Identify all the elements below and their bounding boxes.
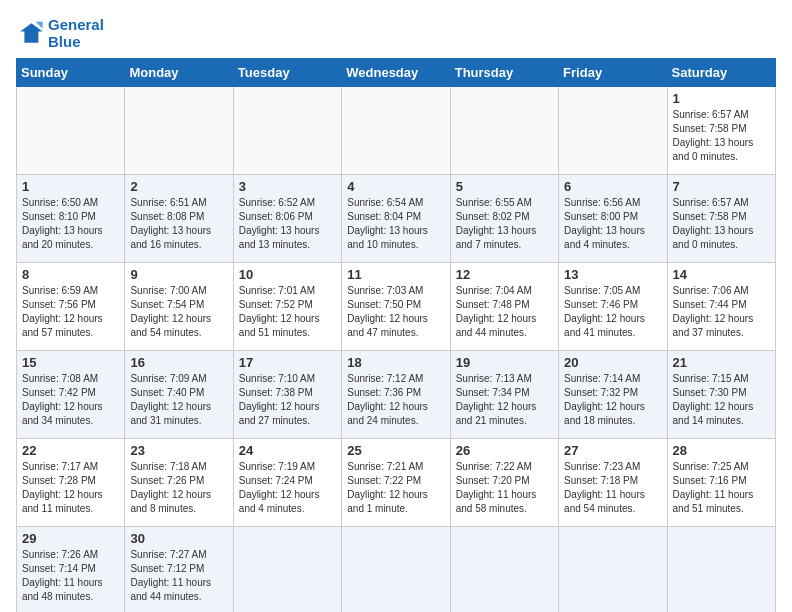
- day-number: 30: [130, 531, 227, 546]
- day-number: 26: [456, 443, 553, 458]
- calendar-cell: [233, 87, 341, 175]
- calendar-cell: 25 Sunrise: 7:21 AMSunset: 7:22 PMDaylig…: [342, 439, 450, 527]
- day-info: Sunrise: 7:19 AMSunset: 7:24 PMDaylight:…: [239, 461, 320, 514]
- day-number: 7: [673, 179, 770, 194]
- calendar-cell: 29 Sunrise: 7:26 AMSunset: 7:14 PMDaylig…: [17, 527, 125, 613]
- day-number: 27: [564, 443, 661, 458]
- col-header-tuesday: Tuesday: [233, 59, 341, 87]
- day-info: Sunrise: 6:50 AMSunset: 8:10 PMDaylight:…: [22, 197, 103, 250]
- day-info: Sunrise: 7:12 AMSunset: 7:36 PMDaylight:…: [347, 373, 428, 426]
- calendar-cell: [233, 527, 341, 613]
- day-number: 9: [130, 267, 227, 282]
- day-number: 1: [22, 179, 119, 194]
- calendar-cell: 2 Sunrise: 6:51 AMSunset: 8:08 PMDayligh…: [125, 175, 233, 263]
- day-number: 19: [456, 355, 553, 370]
- day-number: 21: [673, 355, 770, 370]
- col-header-sunday: Sunday: [17, 59, 125, 87]
- day-number: 6: [564, 179, 661, 194]
- calendar-cell: 11 Sunrise: 7:03 AMSunset: 7:50 PMDaylig…: [342, 263, 450, 351]
- day-number: 14: [673, 267, 770, 282]
- calendar-cell: 16 Sunrise: 7:09 AMSunset: 7:40 PMDaylig…: [125, 351, 233, 439]
- day-number: 29: [22, 531, 119, 546]
- calendar-cell: [559, 87, 667, 175]
- page-header: General Blue: [16, 16, 776, 50]
- logo: General Blue: [16, 16, 104, 50]
- day-info: Sunrise: 7:03 AMSunset: 7:50 PMDaylight:…: [347, 285, 428, 338]
- day-number: 20: [564, 355, 661, 370]
- calendar-cell: [667, 527, 775, 613]
- calendar-cell: 5 Sunrise: 6:55 AMSunset: 8:02 PMDayligh…: [450, 175, 558, 263]
- week-row: 29 Sunrise: 7:26 AMSunset: 7:14 PMDaylig…: [17, 527, 776, 613]
- calendar-cell: [450, 527, 558, 613]
- calendar-cell: 10 Sunrise: 7:01 AMSunset: 7:52 PMDaylig…: [233, 263, 341, 351]
- day-number: 28: [673, 443, 770, 458]
- week-row: 22 Sunrise: 7:17 AMSunset: 7:28 PMDaylig…: [17, 439, 776, 527]
- col-header-monday: Monday: [125, 59, 233, 87]
- week-row: 1 Sunrise: 6:57 AMSunset: 7:58 PMDayligh…: [17, 87, 776, 175]
- day-info: Sunrise: 7:17 AMSunset: 7:28 PMDaylight:…: [22, 461, 103, 514]
- day-number: 5: [456, 179, 553, 194]
- day-number: 25: [347, 443, 444, 458]
- day-info: Sunrise: 6:59 AMSunset: 7:56 PMDaylight:…: [22, 285, 103, 338]
- week-row: 1 Sunrise: 6:50 AMSunset: 8:10 PMDayligh…: [17, 175, 776, 263]
- calendar-cell: 26 Sunrise: 7:22 AMSunset: 7:20 PMDaylig…: [450, 439, 558, 527]
- calendar-cell: 22 Sunrise: 7:17 AMSunset: 7:28 PMDaylig…: [17, 439, 125, 527]
- day-number: 22: [22, 443, 119, 458]
- day-number: 12: [456, 267, 553, 282]
- calendar-cell: [125, 87, 233, 175]
- day-info: Sunrise: 7:09 AMSunset: 7:40 PMDaylight:…: [130, 373, 211, 426]
- day-info: Sunrise: 7:21 AMSunset: 7:22 PMDaylight:…: [347, 461, 428, 514]
- day-info: Sunrise: 6:56 AMSunset: 8:00 PMDaylight:…: [564, 197, 645, 250]
- calendar-cell: 17 Sunrise: 7:10 AMSunset: 7:38 PMDaylig…: [233, 351, 341, 439]
- calendar-cell: 4 Sunrise: 6:54 AMSunset: 8:04 PMDayligh…: [342, 175, 450, 263]
- day-number: 15: [22, 355, 119, 370]
- calendar-cell: 24 Sunrise: 7:19 AMSunset: 7:24 PMDaylig…: [233, 439, 341, 527]
- day-info: Sunrise: 6:55 AMSunset: 8:02 PMDaylight:…: [456, 197, 537, 250]
- day-info: Sunrise: 6:57 AMSunset: 7:58 PMDaylight:…: [673, 109, 754, 162]
- col-header-thursday: Thursday: [450, 59, 558, 87]
- calendar-cell: 3 Sunrise: 6:52 AMSunset: 8:06 PMDayligh…: [233, 175, 341, 263]
- day-info: Sunrise: 7:22 AMSunset: 7:20 PMDaylight:…: [456, 461, 537, 514]
- calendar-cell: 15 Sunrise: 7:08 AMSunset: 7:42 PMDaylig…: [17, 351, 125, 439]
- calendar-cell: 20 Sunrise: 7:14 AMSunset: 7:32 PMDaylig…: [559, 351, 667, 439]
- day-info: Sunrise: 7:04 AMSunset: 7:48 PMDaylight:…: [456, 285, 537, 338]
- day-number: 13: [564, 267, 661, 282]
- day-info: Sunrise: 7:06 AMSunset: 7:44 PMDaylight:…: [673, 285, 754, 338]
- logo-icon: [16, 19, 44, 47]
- day-number: 16: [130, 355, 227, 370]
- day-info: Sunrise: 7:18 AMSunset: 7:26 PMDaylight:…: [130, 461, 211, 514]
- calendar-cell: 19 Sunrise: 7:13 AMSunset: 7:34 PMDaylig…: [450, 351, 558, 439]
- calendar-cell: 1 Sunrise: 6:57 AMSunset: 7:58 PMDayligh…: [667, 87, 775, 175]
- col-header-friday: Friday: [559, 59, 667, 87]
- day-info: Sunrise: 7:25 AMSunset: 7:16 PMDaylight:…: [673, 461, 754, 514]
- day-number: 11: [347, 267, 444, 282]
- day-number: 18: [347, 355, 444, 370]
- day-info: Sunrise: 7:14 AMSunset: 7:32 PMDaylight:…: [564, 373, 645, 426]
- week-row: 15 Sunrise: 7:08 AMSunset: 7:42 PMDaylig…: [17, 351, 776, 439]
- calendar-cell: 7 Sunrise: 6:57 AMSunset: 7:58 PMDayligh…: [667, 175, 775, 263]
- day-info: Sunrise: 7:01 AMSunset: 7:52 PMDaylight:…: [239, 285, 320, 338]
- day-number: 2: [130, 179, 227, 194]
- calendar-cell: 18 Sunrise: 7:12 AMSunset: 7:36 PMDaylig…: [342, 351, 450, 439]
- day-number: 23: [130, 443, 227, 458]
- day-number: 24: [239, 443, 336, 458]
- calendar-cell: 23 Sunrise: 7:18 AMSunset: 7:26 PMDaylig…: [125, 439, 233, 527]
- day-info: Sunrise: 7:13 AMSunset: 7:34 PMDaylight:…: [456, 373, 537, 426]
- calendar-cell: 6 Sunrise: 6:56 AMSunset: 8:00 PMDayligh…: [559, 175, 667, 263]
- calendar-cell: 28 Sunrise: 7:25 AMSunset: 7:16 PMDaylig…: [667, 439, 775, 527]
- calendar-table: SundayMondayTuesdayWednesdayThursdayFrid…: [16, 58, 776, 612]
- day-info: Sunrise: 7:05 AMSunset: 7:46 PMDaylight:…: [564, 285, 645, 338]
- calendar-cell: 8 Sunrise: 6:59 AMSunset: 7:56 PMDayligh…: [17, 263, 125, 351]
- day-info: Sunrise: 6:57 AMSunset: 7:58 PMDaylight:…: [673, 197, 754, 250]
- day-number: 1: [673, 91, 770, 106]
- day-info: Sunrise: 7:15 AMSunset: 7:30 PMDaylight:…: [673, 373, 754, 426]
- day-info: Sunrise: 6:51 AMSunset: 8:08 PMDaylight:…: [130, 197, 211, 250]
- calendar-cell: 1 Sunrise: 6:50 AMSunset: 8:10 PMDayligh…: [17, 175, 125, 263]
- day-info: Sunrise: 7:08 AMSunset: 7:42 PMDaylight:…: [22, 373, 103, 426]
- calendar-cell: 9 Sunrise: 7:00 AMSunset: 7:54 PMDayligh…: [125, 263, 233, 351]
- calendar-cell: [342, 527, 450, 613]
- calendar-cell: 14 Sunrise: 7:06 AMSunset: 7:44 PMDaylig…: [667, 263, 775, 351]
- col-header-saturday: Saturday: [667, 59, 775, 87]
- day-info: Sunrise: 7:00 AMSunset: 7:54 PMDaylight:…: [130, 285, 211, 338]
- day-info: Sunrise: 6:54 AMSunset: 8:04 PMDaylight:…: [347, 197, 428, 250]
